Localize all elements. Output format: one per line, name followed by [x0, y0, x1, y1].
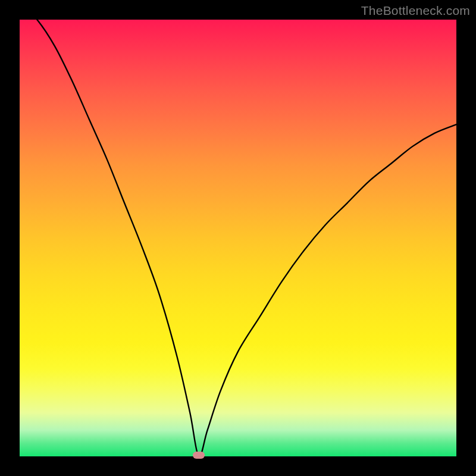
watermark-text: TheBottleneck.com — [361, 4, 470, 18]
bottleneck-curve — [20, 20, 456, 456]
minimum-marker — [193, 452, 205, 459]
chart-frame: TheBottleneck.com — [0, 0, 476, 476]
curve-svg — [20, 20, 456, 456]
plot-area — [20, 20, 456, 456]
